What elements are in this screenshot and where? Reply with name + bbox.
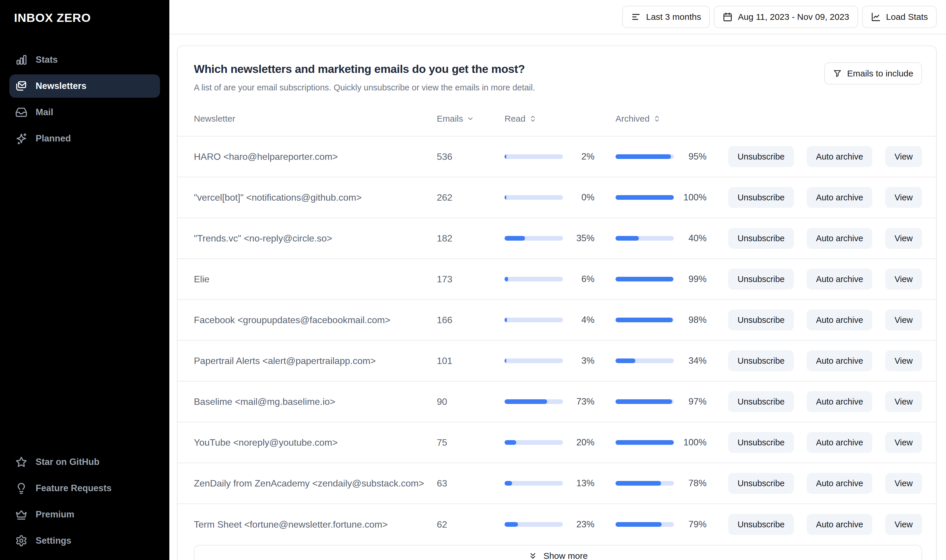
unsubscribe-button[interactable]: Unsubscribe xyxy=(728,391,794,412)
archived-cell: 100% xyxy=(616,437,728,448)
main-area: Last 3 months Aug 11, 2023 - Nov 09, 202… xyxy=(169,0,946,560)
newsletter-name: Papertrail Alerts <alert@papertrailapp.c… xyxy=(194,355,437,366)
sidebar-item-newsletters[interactable]: Newsletters xyxy=(9,74,160,98)
column-label: Newsletter xyxy=(194,114,235,124)
unsubscribe-button[interactable]: Unsubscribe xyxy=(728,432,794,453)
archived-cell: 98% xyxy=(616,315,728,325)
archived-cell: 34% xyxy=(616,355,728,366)
sidebar-item-settings[interactable]: Settings xyxy=(9,529,160,552)
auto-archive-button[interactable]: Auto archive xyxy=(807,187,872,208)
auto-archive-button[interactable]: Auto archive xyxy=(807,228,872,249)
row-actions: Unsubscribe Auto archive View xyxy=(728,228,922,249)
column-label: Read xyxy=(505,114,526,124)
unsubscribe-button[interactable]: Unsubscribe xyxy=(728,514,794,535)
view-button[interactable]: View xyxy=(885,514,922,535)
read-percent: 6% xyxy=(570,274,594,285)
archived-progress-bar xyxy=(616,318,674,322)
row-actions: Unsubscribe Auto archive View xyxy=(728,391,922,412)
column-header-archived[interactable]: Archived xyxy=(616,114,728,124)
view-button[interactable]: View xyxy=(885,187,922,208)
bar-chart-icon xyxy=(15,54,28,66)
view-button[interactable]: View xyxy=(885,269,922,290)
row-actions: Unsubscribe Auto archive View xyxy=(728,187,922,208)
archived-percent: 95% xyxy=(681,151,707,162)
read-percent: 2% xyxy=(570,151,594,162)
auto-archive-button[interactable]: Auto archive xyxy=(807,391,872,412)
auto-archive-button[interactable]: Auto archive xyxy=(807,432,872,453)
auto-archive-button[interactable]: Auto archive xyxy=(807,350,872,371)
column-header-emails[interactable]: Emails xyxy=(437,114,505,124)
row-actions: Unsubscribe Auto archive View xyxy=(728,146,922,167)
sidebar-item-label: Newsletters xyxy=(35,81,86,91)
unsubscribe-button[interactable]: Unsubscribe xyxy=(728,269,794,290)
date-range-preset-button[interactable]: Last 3 months xyxy=(622,6,710,28)
read-cell: 23% xyxy=(505,519,616,530)
read-progress-bar xyxy=(505,236,563,241)
show-more-button[interactable]: Show more xyxy=(194,545,922,560)
column-header-newsletter: Newsletter xyxy=(194,114,437,124)
chevron-down-icon xyxy=(466,115,474,123)
show-more-label: Show more xyxy=(543,551,588,560)
view-button[interactable]: View xyxy=(885,432,922,453)
view-button[interactable]: View xyxy=(885,391,922,412)
read-percent: 3% xyxy=(570,355,594,366)
read-progress-bar xyxy=(505,358,563,363)
column-header-read[interactable]: Read xyxy=(505,114,616,124)
sidebar-item-premium[interactable]: Premium xyxy=(9,503,160,526)
read-progress-fill xyxy=(505,195,506,200)
read-cell: 13% xyxy=(505,478,616,489)
auto-archive-button[interactable]: Auto archive xyxy=(807,269,872,290)
archived-progress-fill xyxy=(616,154,671,159)
read-progress-fill xyxy=(505,236,525,241)
unsubscribe-button[interactable]: Unsubscribe xyxy=(728,187,794,208)
newsletter-name: "vercel[bot]" <notifications@github.com> xyxy=(194,192,437,203)
emails-count: 173 xyxy=(437,274,505,285)
newsletter-name: Facebook <groupupdates@facebookmail.com> xyxy=(194,315,437,326)
read-cell: 3% xyxy=(505,355,616,366)
unsubscribe-button[interactable]: Unsubscribe xyxy=(728,350,794,371)
newsletter-name: YouTube <noreply@youtube.com> xyxy=(194,437,437,448)
read-progress-bar xyxy=(505,522,563,527)
unsubscribe-button[interactable]: Unsubscribe xyxy=(728,146,794,167)
app-logo[interactable]: INBOX ZERO xyxy=(0,0,169,25)
funnel-icon xyxy=(833,69,842,78)
read-percent: 73% xyxy=(570,396,594,407)
sidebar-item-stats[interactable]: Stats xyxy=(9,48,160,71)
sidebar-item-feature-requests[interactable]: Feature Requests xyxy=(9,477,160,500)
sidebar-item-label: Mail xyxy=(35,107,53,117)
emails-to-include-button[interactable]: Emails to include xyxy=(824,62,922,85)
auto-archive-button[interactable]: Auto archive xyxy=(807,514,872,535)
view-button[interactable]: View xyxy=(885,473,922,494)
sidebar-item-planned[interactable]: Planned xyxy=(9,127,160,150)
read-cell: 4% xyxy=(505,315,616,325)
table-row: Baselime <mail@mg.baselime.io> 90 73% 97… xyxy=(177,382,936,422)
auto-archive-button[interactable]: Auto archive xyxy=(807,473,872,494)
auto-archive-button[interactable]: Auto archive xyxy=(807,146,872,167)
sidebar-item-mail[interactable]: Mail xyxy=(9,101,160,124)
unsubscribe-button[interactable]: Unsubscribe xyxy=(728,473,794,494)
view-button[interactable]: View xyxy=(885,146,922,167)
view-button[interactable]: View xyxy=(885,350,922,371)
read-progress-bar xyxy=(505,481,563,486)
archived-progress-bar xyxy=(616,277,674,282)
column-label: Emails xyxy=(437,114,463,124)
calendar-icon xyxy=(723,12,733,22)
read-progress-bar xyxy=(505,440,563,445)
table-header: NewsletterEmailsReadArchived xyxy=(177,93,936,137)
unsubscribe-button[interactable]: Unsubscribe xyxy=(728,309,794,331)
archived-percent: 97% xyxy=(681,396,707,407)
archived-progress-bar xyxy=(616,358,674,363)
auto-archive-button[interactable]: Auto archive xyxy=(807,309,872,331)
archived-progress-fill xyxy=(616,236,639,241)
date-range-picker-button[interactable]: Aug 11, 2023 - Nov 09, 2023 xyxy=(714,6,858,28)
unsubscribe-button[interactable]: Unsubscribe xyxy=(728,228,794,249)
view-button[interactable]: View xyxy=(885,228,922,249)
emails-count: 182 xyxy=(437,233,505,244)
archived-cell: 100% xyxy=(616,192,728,203)
gear-icon xyxy=(15,535,28,547)
column-label: Archived xyxy=(616,114,650,124)
view-button[interactable]: View xyxy=(885,309,922,331)
page-title: Which newsletters and marketing emails d… xyxy=(194,61,535,77)
load-stats-button[interactable]: Load Stats xyxy=(862,6,937,28)
sidebar-item-star-on-github[interactable]: Star on GitHub xyxy=(9,450,160,474)
